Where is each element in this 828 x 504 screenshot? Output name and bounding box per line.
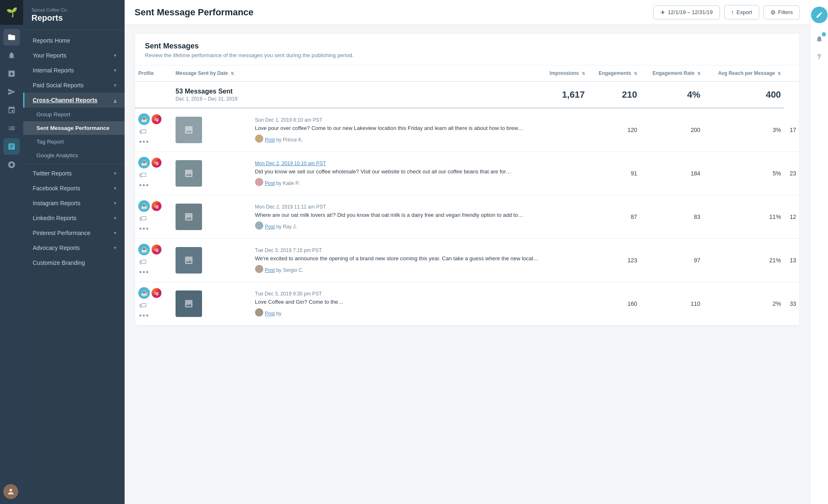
summary-impressions: 1,617: [252, 82, 588, 108]
report-card: Sent Messages Review the lifetime perfor…: [135, 33, 800, 326]
filters-button[interactable]: ⚙ Filters: [763, 5, 800, 19]
author-avatar: [255, 134, 263, 143]
chevron-down-icon: ▾: [114, 200, 116, 206]
brand-icon: ☕: [138, 244, 150, 255]
author-avatar: [255, 221, 263, 230]
send-icon: ✈: [660, 9, 665, 16]
sidebar-item-group-report[interactable]: Group Report: [23, 108, 125, 121]
table-row: ☕ ig 🏷 ••• Tue Dec 3, 2019 7:15 pm PST W…: [135, 239, 799, 282]
message-meta: Tue Dec 3, 2019 9:30 pm PST: [255, 291, 585, 297]
more-icon[interactable]: •••: [139, 312, 169, 320]
notifications-button[interactable]: [812, 31, 827, 46]
sidebar-item-reports-home[interactable]: Reports Home: [23, 33, 125, 48]
sidebar-item-instagram-reports[interactable]: Instagram Reports ▾: [23, 196, 125, 211]
message-body: Love Coffee and Gin? Come to the…: [255, 298, 585, 306]
thumbnail-cell: [172, 239, 252, 282]
sidebar: Sprout Coffee Co. Reports Reports Home Y…: [23, 0, 125, 504]
post-link[interactable]: Post: [265, 311, 275, 317]
sidebar-item-advocacy-reports[interactable]: Advocacy Reports ▾: [23, 240, 125, 255]
rail-icon-alert[interactable]: [3, 47, 20, 64]
chevron-down-icon: ▾: [114, 82, 116, 88]
message-date: Tue Dec 3, 2019 9:30 pm PST: [255, 291, 322, 297]
date-range-button[interactable]: ✈ 12/1/19 – 12/31/19: [653, 5, 720, 19]
rail-icon-advocacy[interactable]: [3, 156, 20, 173]
summary-date-range: Dec 1, 2019 – Dec 31, 2019: [176, 96, 248, 102]
thumbnail-cell: [172, 108, 252, 152]
sidebar-item-linkedin-reports[interactable]: LinkedIn Reports ▾: [23, 211, 125, 226]
chevron-down-icon: ▴: [114, 97, 116, 103]
col-header-message[interactable]: Message Sent by Date ⇅: [172, 65, 252, 82]
main-content: Sent Message Performance ✈ 12/1/19 – 12/…: [125, 0, 810, 504]
export-button[interactable]: ↑ Export: [724, 5, 759, 19]
sidebar-item-facebook-reports[interactable]: Facebook Reports ▾: [23, 181, 125, 196]
instagram-icon: ig: [152, 201, 161, 211]
message-content-cell: Tue Dec 3, 2019 9:30 pm PST Love Coffee …: [252, 282, 588, 326]
rail-icon-folder[interactable]: [3, 29, 20, 46]
message-engagements: 200: [640, 108, 704, 152]
message-body: Love pour over coffee? Come to our new L…: [255, 125, 585, 132]
message-impressions: 120: [588, 108, 640, 152]
col-header-engagement-rate[interactable]: Engagement Rate ⇅: [640, 65, 704, 82]
chevron-down-icon: ▾: [114, 53, 116, 58]
chevron-down-icon: ▾: [114, 215, 116, 221]
rail-icon-compose[interactable]: [3, 84, 20, 100]
rail-icon-inbox[interactable]: [3, 65, 20, 82]
message-thumbnail: [176, 117, 202, 143]
message-date: Mon Dec 2, 2019 11:11 am PST: [255, 204, 326, 210]
more-icon[interactable]: •••: [139, 138, 169, 146]
top-actions: ✈ 12/1/19 – 12/31/19 ↑ Export ⚙ Filters: [653, 5, 800, 19]
sidebar-item-internal-reports[interactable]: Internal Reports ▾: [23, 63, 125, 78]
instagram-icon: ig: [152, 245, 161, 254]
sort-icon: ⇅: [697, 71, 700, 76]
sidebar-item-customize-branding[interactable]: Customize Branding: [23, 255, 125, 270]
filters-icon: ⚙: [770, 9, 776, 16]
sidebar-item-cross-channel-reports[interactable]: Cross-Channel Reports ▴: [23, 93, 125, 108]
sidebar-item-twitter-reports[interactable]: Twitter Reports ▾: [23, 166, 125, 181]
more-icon[interactable]: •••: [139, 225, 169, 233]
col-header-avg-reach[interactable]: Avg Reach per Message ⇅: [704, 65, 785, 82]
tag-icon: 🏷: [139, 214, 169, 223]
more-icon[interactable]: •••: [139, 268, 169, 277]
post-link[interactable]: Post: [265, 224, 275, 230]
summary-messages-cell: 53 Messages Sent Dec 1, 2019 – Dec 31, 2…: [172, 82, 252, 108]
sidebar-divider: [23, 164, 125, 164]
export-icon: ↑: [731, 9, 734, 16]
sidebar-item-tag-report[interactable]: Tag Report: [23, 135, 125, 149]
message-engagement-rate: 2%: [704, 282, 785, 326]
sidebar-item-google-analytics[interactable]: Google Analytics: [23, 149, 125, 162]
col-header-engagements[interactable]: Engagements ⇅: [588, 65, 640, 82]
col-header-impressions[interactable]: Impressions ⇅: [252, 65, 588, 82]
user-avatar-rail[interactable]: [3, 484, 18, 499]
rail-icon-tasks[interactable]: [3, 120, 20, 137]
section-title: Reports: [31, 13, 116, 23]
instagram-icon: ig: [152, 288, 161, 298]
sidebar-item-paid-social-reports[interactable]: Paid Social Reports ▾: [23, 78, 125, 93]
chevron-down-icon: ▾: [114, 230, 116, 236]
date-range-label: 12/1/19 – 12/31/19: [668, 9, 712, 15]
rail-icon-reports[interactable]: [3, 138, 20, 155]
more-icon[interactable]: •••: [139, 181, 169, 190]
table-row: ☕ ig 🏷 ••• Mon Dec 2, 2019 11:11 am PST …: [135, 195, 799, 239]
author-row: Post by Ray J.: [255, 221, 585, 230]
post-link[interactable]: Post: [265, 267, 275, 273]
help-button[interactable]: ?: [812, 50, 827, 65]
instagram-icon: ig: [152, 158, 161, 168]
top-bar: Sent Message Performance ✈ 12/1/19 – 12/…: [125, 0, 810, 25]
edit-fab-button[interactable]: [811, 7, 828, 23]
message-author: Post by: [265, 311, 282, 317]
message-body: We're excited to announce the opening of…: [255, 255, 585, 263]
post-link[interactable]: Post: [265, 180, 275, 186]
profile-cell: ☕ ig 🏷 •••: [135, 282, 172, 326]
message-impressions: 91: [588, 152, 640, 195]
sidebar-item-pinterest-performance[interactable]: Pinterest Performance ▾: [23, 226, 125, 240]
rail-icon-pin[interactable]: [3, 102, 20, 118]
sidebar-item-sent-message-performance[interactable]: Sent Message Performance: [23, 121, 125, 135]
message-content-cell: Tue Dec 3, 2019 7:15 pm PST We're excite…: [252, 239, 588, 282]
sidebar-nav: Reports Home Your Reports ▾ Internal Rep…: [23, 30, 125, 274]
message-date: Tue Dec 3, 2019 7:15 pm PST: [255, 247, 322, 253]
message-avg-reach: 12: [784, 195, 799, 239]
post-link[interactable]: Post: [265, 137, 275, 143]
instagram-icon: ig: [152, 114, 161, 124]
message-date-link[interactable]: Mon Dec 2, 2019 10:10 am PST: [255, 161, 326, 166]
sidebar-item-your-reports[interactable]: Your Reports ▾: [23, 48, 125, 63]
